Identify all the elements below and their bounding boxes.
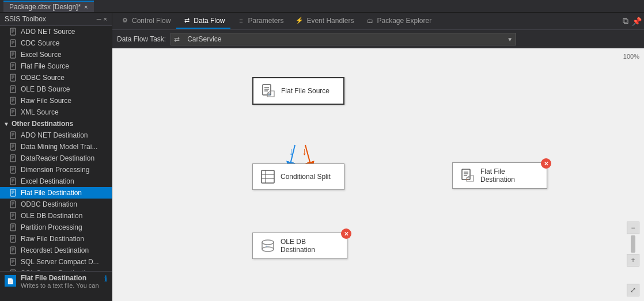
sidebar-header-actions: ─ × [97,16,107,22]
ole-db-dest-icon: ← [259,237,277,255]
source-item-label: Excel Source [21,51,62,59]
sidebar-item-destination[interactable]: SQL Server Compact D... [0,256,112,268]
sidebar-item-source[interactable]: Excel Source [0,49,112,60]
dest-item-label: Recordset Destination [21,246,89,254]
tab-parameters[interactable]: ≡Parameters [230,14,289,29]
other-destinations-group[interactable]: ▼ Other Destinations [0,118,112,129]
dest-item-icon [9,211,18,220]
sidebar-item-destination[interactable]: ADO NET Destination [0,129,112,141]
tab-icon: ≡ [236,16,245,25]
sidebar-item-source[interactable]: OLE DB Source [0,83,112,95]
connector-lines [112,48,644,301]
tab-label: Package Explorer [377,17,431,25]
zoom-plus-button[interactable]: + [627,254,639,266]
svg-rect-8 [10,51,16,58]
flat-file-dest-node-icon: ← [459,166,477,185]
tab-icon: ⚡ [295,16,304,25]
zoom-minus-button[interactable]: − [627,222,639,234]
flat-file-dest-label: Flat File Destination [480,167,541,184]
ole-db-dest-label: OLE DB Destination [281,238,341,254]
svg-text:←: ← [268,93,272,97]
sidebar-item-destination[interactable]: OLE DB Destination [0,210,112,222]
ole-db-error-badge: ✕ [341,228,351,239]
tab-package-explorer[interactable]: 🗂Package Explorer [359,14,437,29]
dest-item-icon [9,165,18,174]
source-item-label: XML Source [21,108,59,116]
dest-item-label: Excel Destination [21,177,74,185]
flat-file-dest-icon: 📄 [7,278,14,284]
window-icon[interactable]: ⧉ [623,16,628,26]
dest-item-label: Flat File Destination [21,189,82,197]
fit-to-window-button[interactable]: ⤢ [627,284,639,296]
svg-rect-28 [10,109,16,116]
pin-icon[interactable]: 📌 [632,17,642,26]
source-item-icon [9,62,18,71]
svg-text:←: ← [465,177,469,181]
sidebar-item-source[interactable]: XML Source [0,106,112,118]
sidebar-scroll[interactable]: ADO NET Source CDC Source Excel Source F… [0,26,112,271]
bottom-panel-desc: Writes to a text file. You can [21,282,100,289]
source-item-icon [9,73,18,82]
sidebar-item-source[interactable]: ODBC Source [0,72,112,83]
dest-item-label: Data Mining Model Trai... [21,143,97,151]
document-tab[interactable]: Package.dtsx [Design]* × [3,1,94,12]
sidebar-item-source[interactable]: CDC Source [0,37,112,49]
sidebar-title: SSIS Toolbox [5,15,46,23]
svg-text:←: ← [265,243,270,249]
blue-arrow-icon: ↓ [289,146,294,157]
sidebar-item-destination[interactable]: Recordset Destination [0,245,112,256]
tab-label: Data Flow [194,17,225,25]
design-canvas[interactable]: ← Flat File Source ↓ ↓ [112,48,644,301]
svg-rect-60 [10,212,16,219]
tab-control-flow[interactable]: ⚙Control Flow [115,14,176,29]
svg-rect-32 [10,132,16,139]
flat-file-source-label: Flat File Source [281,87,329,95]
sidebar-item-source[interactable]: ADO NET Source [0,26,112,37]
dest-item-icon [9,188,18,197]
source-item-label: OLE DB Source [21,85,70,93]
svg-rect-4 [10,40,16,47]
dest-item-label: ADO NET Destination [21,131,88,139]
destination-items-group: ADO NET Destination Data Mining Model Tr… [0,129,112,271]
svg-rect-24 [10,97,16,104]
source-item-label: Flat File Source [21,62,69,70]
dest-item-label: Dimension Processing [21,166,89,174]
flat-file-destination-node[interactable]: ← Flat File Destination ✕ [452,162,547,189]
document-tab-close[interactable]: × [84,3,88,10]
conditional-split-node[interactable]: Conditional Split [252,163,344,190]
sidebar-item-destination[interactable]: Flat File Destination [0,187,112,199]
sidebar-item-destination[interactable]: Excel Destination [0,176,112,187]
source-item-label: CDC Source [21,39,59,47]
svg-rect-44 [10,166,16,173]
tab-items: ⚙Control Flow⇄Data Flow≡Parameters⚡Event… [115,14,437,29]
dest-item-label: OLE DB Destination [21,212,82,220]
flat-file-source-node[interactable]: ← Flat File Source [252,77,344,105]
dest-item-label: Raw File Destination [21,235,84,243]
bottom-info-panel: 📄 Flat File Destination Writes to a text… [0,271,112,301]
sidebar-item-destination[interactable]: Dimension Processing [0,164,112,176]
sidebar-item-destination[interactable]: ODBC Destination [0,199,112,210]
bottom-panel-content: Flat File Destination Writes to a text f… [21,274,100,289]
sidebar-item-source[interactable]: Raw File Source [0,95,112,106]
sidebar-close-icon[interactable]: × [104,16,107,22]
sidebar-item-destination[interactable]: DataReader Destination [0,153,112,164]
sidebar-item-destination[interactable]: Raw File Destination [0,233,112,245]
bottom-panel-title: Flat File Destination [21,274,100,282]
source-item-label: Raw File Source [21,97,71,105]
sidebar-pin-icon[interactable]: ─ [97,16,101,22]
tab-event-handlers[interactable]: ⚡Event Handlers [289,14,359,29]
task-select[interactable]: CarService [171,33,516,45]
ole-db-destination-node[interactable]: ← OLE DB Destination ✕ [252,233,347,259]
source-item-icon [9,50,18,59]
svg-rect-64 [10,224,16,231]
tab-label: Event Handlers [306,17,354,25]
zoom-handle[interactable] [631,235,635,253]
svg-rect-52 [10,189,16,196]
sidebar-item-destination[interactable]: Data Mining Model Trai... [0,141,112,153]
document-tab-label: Package.dtsx [Design]* [9,3,81,11]
sidebar-item-destination[interactable]: Partition Processing [0,222,112,233]
sidebar-item-source[interactable]: Flat File Source [0,60,112,72]
tab-data-flow[interactable]: ⇄Data Flow [176,14,230,29]
svg-rect-16 [10,74,16,81]
info-icon[interactable]: ℹ [104,274,107,283]
